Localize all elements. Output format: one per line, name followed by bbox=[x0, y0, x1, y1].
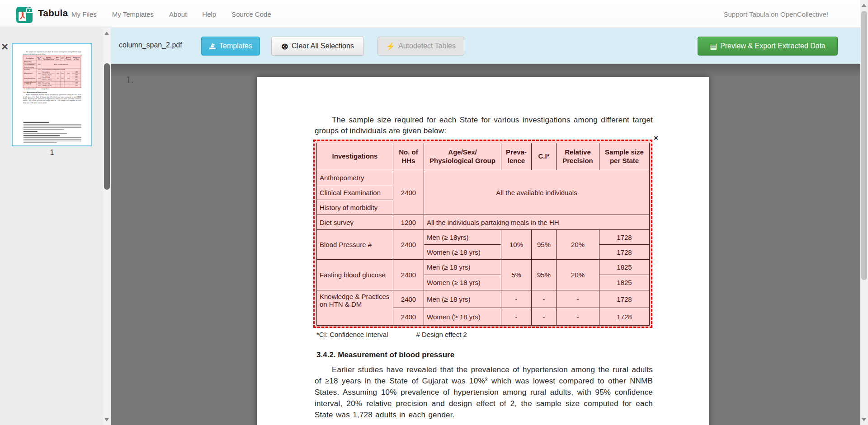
footnote-design-effect: # Design effect 2 bbox=[416, 331, 467, 338]
thumb-filler-heading bbox=[24, 122, 49, 123]
nav-item-help[interactable]: Help bbox=[202, 10, 216, 18]
thumb-filler-line bbox=[24, 140, 81, 141]
page-marker-label: 1. bbox=[126, 74, 134, 86]
autodetect-button-label: Autodetect Tables bbox=[398, 42, 456, 50]
clear-all-selections-button[interactable]: ⊗ Clear All Selections bbox=[271, 37, 364, 56]
templates-icon bbox=[209, 42, 216, 50]
table-selection-box[interactable]: × bbox=[313, 140, 652, 328]
nav-item-my-files[interactable]: My Files bbox=[71, 10, 97, 18]
top-navbar: Tabula My Files My Templates About Help … bbox=[0, 0, 868, 28]
thumb-filler-bar bbox=[66, 146, 81, 146]
preview-export-button[interactable]: ▤ Preview & Export Extracted Data bbox=[698, 37, 838, 56]
thumb-filler-line bbox=[24, 139, 81, 140]
main-scrollbar[interactable] bbox=[860, 0, 868, 425]
thumbnail-page-number: 1 bbox=[12, 148, 92, 157]
thumb-filler-heading bbox=[24, 131, 38, 132]
below-fold-placeholder bbox=[24, 121, 81, 146]
main-scroll-thumb[interactable] bbox=[861, 11, 867, 280]
footnote-ci: *CI: Confidence Interval bbox=[24, 89, 36, 90]
section-heading: 3.4.2. Measurement of blood pressure bbox=[24, 92, 47, 93]
thumb-filler-line bbox=[24, 124, 81, 125]
brand-title[interactable]: Tabula bbox=[38, 8, 68, 19]
pdf-page-content: The sample size required for each State … bbox=[257, 77, 709, 425]
sidebar-scroll-up-icon[interactable] bbox=[104, 32, 109, 35]
main-scroll-down-icon[interactable] bbox=[862, 418, 866, 421]
footnote-ci: *CI: Confidence Interval bbox=[316, 331, 388, 338]
table-footnote: *CI: Confidence Interval # Design effect… bbox=[316, 331, 467, 338]
main-nav: My Files My Templates About Help Source … bbox=[71, 0, 271, 28]
sidebar-scroll-down-icon[interactable] bbox=[104, 418, 109, 421]
nav-item-my-templates[interactable]: My Templates bbox=[112, 10, 154, 18]
templates-button-label: Templates bbox=[219, 42, 252, 50]
thumb-filler-bar bbox=[24, 146, 29, 146]
section-paragraph: Earlier studies have revealed that the p… bbox=[23, 94, 81, 104]
document-toolbar: column_span_2.pdf Templates ⊗ Clear All … bbox=[111, 28, 860, 64]
nav-item-source-code[interactable]: Source Code bbox=[231, 10, 271, 18]
thumb-filler-heading bbox=[24, 135, 60, 136]
clear-button-label: Clear All Selections bbox=[292, 42, 354, 50]
page-thumbnail[interactable]: The sample size required for each State … bbox=[12, 43, 92, 146]
document-intro-text: The sample size required for each State … bbox=[23, 51, 81, 55]
thumb-filler-line bbox=[24, 129, 64, 130]
table-icon: ▤ bbox=[710, 42, 717, 51]
section-paragraph: Earlier studies have revealed that the p… bbox=[315, 364, 653, 420]
export-button-label: Preview & Export Extracted Data bbox=[720, 42, 826, 50]
nav-item-about[interactable]: About bbox=[169, 10, 187, 18]
remove-file-icon[interactable]: × bbox=[1, 42, 8, 51]
open-filename: column_span_2.pdf bbox=[119, 41, 182, 49]
sidebar-scroll-thumb[interactable] bbox=[104, 63, 110, 190]
circle-x-icon: ⊗ bbox=[281, 41, 288, 51]
thumb-filler-line bbox=[24, 126, 81, 126]
thumbnail-sidebar: × The sample size required for each Stat… bbox=[0, 28, 111, 425]
table-selection-box: × bbox=[23, 56, 81, 88]
document-intro-text: The sample size required for each State … bbox=[315, 115, 653, 136]
footnote-design-effect: # Design effect 2 bbox=[41, 89, 49, 90]
support-link[interactable]: Support Tabula on OpenCollective! bbox=[723, 0, 828, 28]
page-thumbnail-render: The sample size required for each State … bbox=[13, 45, 91, 145]
workspace: 1. The sample size required for each Sta… bbox=[111, 64, 860, 425]
thumb-filler-line bbox=[24, 142, 57, 143]
thumb-filler-line bbox=[24, 127, 81, 128]
pdf-page[interactable]: The sample size required for each State … bbox=[257, 77, 709, 425]
thumb-filler-footer bbox=[24, 146, 81, 146]
pdf-page-content: The sample size required for each State … bbox=[13, 45, 91, 145]
selection-close-icon[interactable]: × bbox=[654, 135, 658, 141]
table-footnote: *CI: Confidence Interval # Design effect… bbox=[24, 89, 49, 90]
thumb-filler-line bbox=[24, 133, 67, 134]
section-heading: 3.4.2. Measurement of blood pressure bbox=[316, 350, 454, 360]
tabula-logo-icon[interactable] bbox=[16, 5, 34, 23]
main-scroll-up-icon[interactable] bbox=[862, 4, 866, 7]
lightning-icon: ⚡ bbox=[386, 42, 395, 51]
templates-button[interactable]: Templates bbox=[201, 37, 260, 56]
autodetect-tables-button[interactable]: ⚡ Autodetect Tables bbox=[377, 37, 464, 56]
selection-close-icon: × bbox=[81, 55, 82, 56]
thumb-filler-bar bbox=[52, 146, 53, 146]
thumb-filler-line bbox=[24, 137, 81, 138]
sidebar-scrollbar[interactable] bbox=[103, 28, 111, 425]
